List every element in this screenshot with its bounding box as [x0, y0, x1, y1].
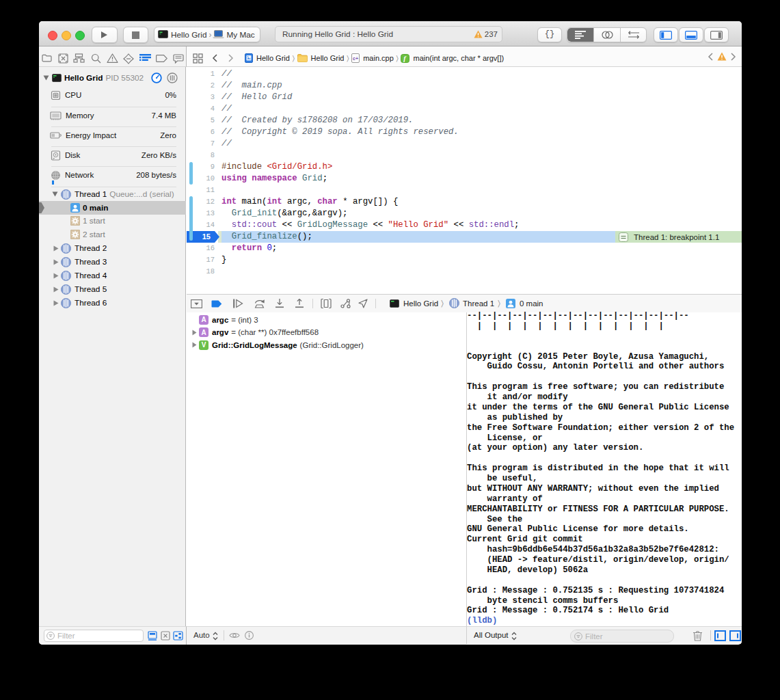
svg-text:c+: c+ — [353, 56, 358, 61]
